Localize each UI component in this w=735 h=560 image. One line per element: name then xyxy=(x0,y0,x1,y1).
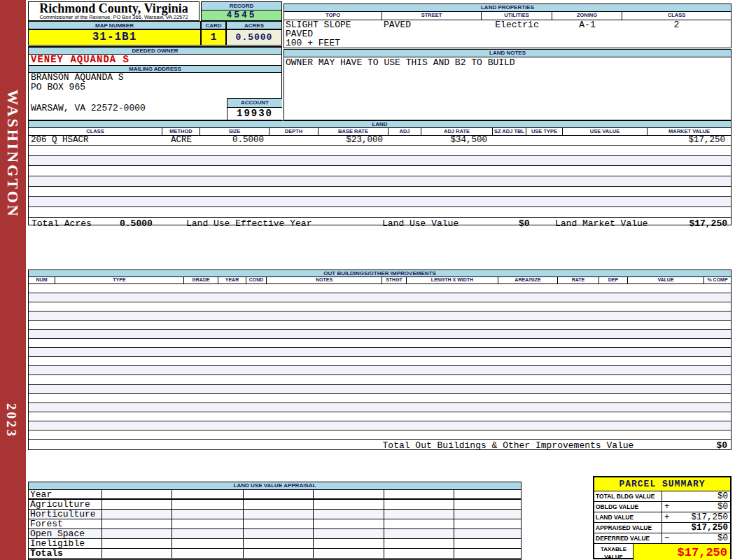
land-adj-value xyxy=(388,136,421,145)
land-notes-title: LAND NOTES xyxy=(284,50,731,57)
out-buildings-header: NUM TYPE GRADE YEAR COND NOTES STHGT LEN… xyxy=(29,277,731,284)
empty-row xyxy=(29,293,731,302)
record-box: RECORD 4545 xyxy=(201,1,282,21)
out-buildings-section: OUT BUILDINGS/OTHER IMPROVEMENTS NUM TYP… xyxy=(28,270,732,450)
col-base-rate: BASE RATE xyxy=(318,128,388,136)
summary-op: − xyxy=(664,533,670,543)
commissioner-line: Commissioner of the Revenue, PO Box 366,… xyxy=(29,15,199,20)
col-depth: DEPTH xyxy=(270,128,318,136)
land-class-value: 206 Q HSACR xyxy=(29,136,162,145)
deeded-owner-label: DEEDED OWNER xyxy=(29,47,281,55)
mailing-address-label: MAILING ADDRESS xyxy=(29,65,281,73)
owner-block: DEEDED OWNER VENEY AQUANDA S MAILING ADD… xyxy=(28,46,282,120)
land-header: CLASS METHOD SIZE DEPTH BASE RATE ADJ AD… xyxy=(29,128,731,136)
class-value: 2 xyxy=(622,20,731,29)
appraisal-label: Year xyxy=(29,490,102,500)
summary-label: TOTAL BLDG VALUE xyxy=(594,491,662,502)
total-acres-label: Total Acres xyxy=(31,218,92,230)
land-size-value: 0.5000 xyxy=(200,136,270,145)
empty-row xyxy=(29,375,731,384)
col-size: SIZE xyxy=(200,128,270,136)
col-year: YEAR xyxy=(218,277,246,284)
deeded-owner-name: VENEY AQUANDA S xyxy=(29,55,281,65)
summary-row-taxable: TAXABLE VALUE $17,250 xyxy=(594,544,730,560)
empty-row xyxy=(29,357,731,366)
appraisal-label: Horticulture xyxy=(29,510,102,519)
empty-row xyxy=(29,412,731,421)
sidebar-state-label: WASHINGTON xyxy=(4,90,22,218)
zoning-value: A-1 xyxy=(552,20,622,29)
account-value: 19930 xyxy=(227,108,282,120)
col-use-value: USE VALUE xyxy=(563,128,648,136)
empty-row xyxy=(29,284,731,293)
col-type: TYPE xyxy=(55,277,184,284)
utilities-value: Electric xyxy=(482,20,552,29)
property-record-card: WASHINGTON 2023 Richmond County, Virgini… xyxy=(0,0,735,560)
land-properties-section: LAND PROPERTIES TOPO STREET UTILITIES ZO… xyxy=(284,4,732,48)
land-market-value-total: $17,250 xyxy=(689,218,727,230)
empty-row xyxy=(29,321,731,330)
col-class: CLASS xyxy=(622,12,731,20)
total-acres-value: 0.5000 xyxy=(120,218,153,230)
empty-row xyxy=(29,166,731,176)
col-topo: TOPO xyxy=(284,12,382,20)
parcel-summary-title: PARCEL SUMMARY xyxy=(594,477,730,491)
col-method: METHOD xyxy=(162,128,200,136)
land-row: 206 Q HSACR ACRE 0.5000 $23,000 $34,500 … xyxy=(29,136,731,146)
map-number-value: 31-1B1 xyxy=(28,29,201,46)
empty-row xyxy=(29,146,731,156)
summary-value: $0 xyxy=(718,533,728,543)
empty-row xyxy=(29,187,731,197)
appraisal-row-year: Year xyxy=(29,490,521,500)
col-grade: GRADE xyxy=(184,277,218,284)
binder-sidebar: WASHINGTON 2023 xyxy=(0,0,26,560)
parcel-summary-section: PARCEL SUMMARY TOTAL BLDG VALUE $0 OBLDG… xyxy=(593,476,732,559)
acres-label: ACRES xyxy=(226,21,282,29)
col-adj-rate: ADJ RATE xyxy=(421,128,493,136)
land-totals-row: Total Acres 0.5000 Land Use Effective Ye… xyxy=(29,218,731,231)
out-buildings-total-row: Total Out Buildings & Other Improvements… xyxy=(29,440,731,452)
taxable-value: $17,250 xyxy=(634,544,730,560)
empty-row xyxy=(29,176,731,187)
col-sthgt: STHGT xyxy=(382,277,407,284)
summary-label: LAND VALUE xyxy=(594,512,662,523)
col-utilities: UTILITIES xyxy=(482,12,552,20)
land-market-value-label: Land Market Value xyxy=(555,218,648,230)
topo-value-3: 100 + FEET xyxy=(284,38,731,48)
county-header: Richmond County, Virginia Commissioner o… xyxy=(28,1,200,21)
col-num: NUM xyxy=(29,277,55,284)
summary-value: $17,250 xyxy=(691,523,728,533)
mailing-line-2: PO BOX 965 xyxy=(29,83,281,92)
col-land-class: CLASS xyxy=(29,128,162,136)
land-use-value-total: $0 xyxy=(519,218,530,230)
col-sz-adj-tbl: SZ ADJ TBL xyxy=(493,128,526,136)
col-zoning: ZONING xyxy=(552,12,622,20)
mailing-line-1: BRANSON AQUANDA S xyxy=(29,73,281,83)
summary-value: $0 xyxy=(718,491,728,501)
col-pct-comp: % COMP xyxy=(704,277,731,284)
land-sz-adj-value xyxy=(493,136,526,145)
card-value: 1 xyxy=(201,29,226,46)
col-use-type: USE TYPE xyxy=(526,128,563,136)
land-market-value-value: $17,250 xyxy=(648,136,731,145)
appraisal-label: Totals xyxy=(29,549,102,559)
land-base-rate-value: $23,000 xyxy=(318,136,388,145)
land-method-value: ACRE xyxy=(162,136,200,145)
col-length-width: LENGTH X WIDTH xyxy=(407,277,498,284)
summary-row-deferred: DEFERRED VALUE −$0 xyxy=(594,533,730,544)
summary-row-land: LAND VALUE +$17,250 xyxy=(594,512,730,523)
land-properties-title: LAND PROPERTIES xyxy=(284,4,731,12)
card-label: CARD xyxy=(201,21,226,29)
summary-op: + xyxy=(664,502,670,512)
map-number-label: MAP NUMBER xyxy=(28,21,201,29)
col-area-size: AREA/SIZE xyxy=(498,277,558,284)
summary-row-appraised: APPRAISED VALUE $17,250 xyxy=(594,523,730,533)
col-adj: ADJ xyxy=(388,128,421,136)
col-notes: NOTES xyxy=(267,277,382,284)
summary-row-total-bldg: TOTAL BLDG VALUE $0 xyxy=(594,491,730,502)
col-rate: RATE xyxy=(558,277,599,284)
acres-value: 0.5000 xyxy=(226,29,282,46)
empty-row xyxy=(29,339,731,348)
land-section: LAND CLASS METHOD SIZE DEPTH BASE RATE A… xyxy=(28,120,732,225)
appraisal-row-forest: Forest xyxy=(29,519,521,529)
